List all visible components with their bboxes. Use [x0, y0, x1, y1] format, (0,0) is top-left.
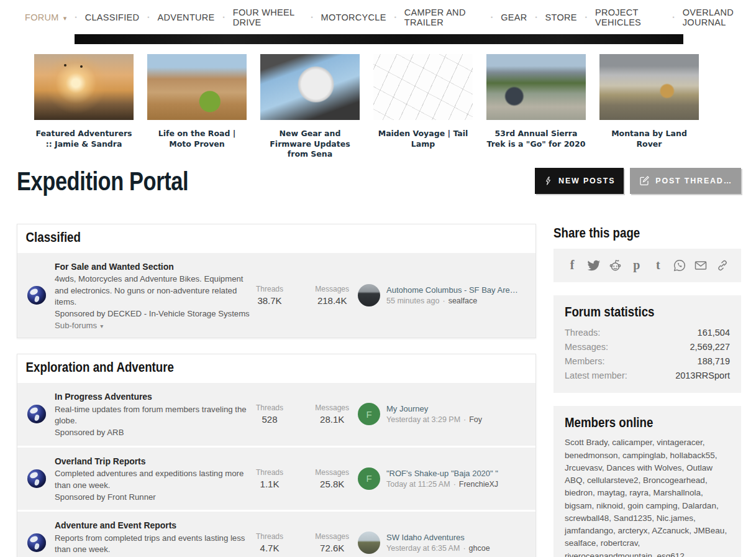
section-title-exploration[interactable]: Exploration and Adventure	[17, 354, 458, 381]
tumblr-icon[interactable]: t	[650, 258, 665, 273]
latest-post: Autohome Columbus - SF Bay Are… 55 minut…	[358, 284, 527, 306]
stat-threads: Threads: 161,504	[565, 326, 730, 340]
nav-item-motorcycle[interactable]: MOTORCYCLE	[303, 12, 386, 22]
nav-label: GEAR	[501, 12, 527, 22]
latest-thread-title[interactable]: My Journey	[386, 404, 482, 413]
latest-author[interactable]: ghcoe	[469, 544, 490, 553]
featured-card[interactable]: Featured Adventurers :: Jamie & Sandra	[34, 54, 134, 160]
featured-card[interactable]: New Gear and Firmware Updates from Sena	[260, 54, 360, 160]
featured-thumbnail-sunset	[34, 54, 134, 120]
latest-time: Yesterday at 6:35 AM	[386, 544, 469, 553]
latest-member-link[interactable]: 2013RRSport	[675, 369, 730, 383]
link-icon[interactable]	[715, 258, 730, 273]
whatsapp-icon[interactable]	[672, 258, 687, 273]
post-thread-label: POST THREAD…	[655, 177, 732, 185]
post-thread-button[interactable]: POST THREAD…	[630, 168, 741, 194]
forum-statistics-title: Forum statistics	[565, 304, 705, 320]
page-title: Expedition Portal	[17, 166, 188, 196]
avatar[interactable]	[358, 284, 380, 306]
stat-members: Members: 188,719	[565, 354, 730, 369]
forum-row-adventure-event-reports: Adventure and Event Reports Reports from…	[17, 510, 535, 557]
share-box: f p t	[553, 249, 741, 282]
featured-thumbnail-moto-camp	[147, 54, 247, 120]
globe-icon[interactable]	[27, 533, 46, 552]
latest-post: F My Journey Yesterday at 3:29 PMFoy	[358, 403, 527, 425]
latest-author[interactable]: sealface	[449, 297, 478, 305]
section-title-classified[interactable]: Classified	[17, 224, 458, 251]
featured-title: New Gear and Firmware Updates from Sena	[260, 129, 360, 160]
section-exploration-adventure: Exploration and Adventure In Progress Ad…	[17, 354, 536, 557]
featured-card[interactable]: Life on the Road | Moto Proven	[147, 54, 247, 160]
globe-icon[interactable]	[27, 469, 46, 488]
nav-item-project-vehicles[interactable]: PROJECT VEHICLES	[577, 7, 665, 27]
featured-thumbnail-sketch	[373, 54, 473, 120]
compose-icon	[639, 175, 650, 186]
globe-icon[interactable]	[27, 405, 46, 423]
latest-post: SW Idaho Adventures Yesterday at 6:35 AM…	[358, 532, 527, 554]
section-classified: Classified For Sale and Wanted Section 4…	[17, 224, 536, 339]
nav-label: CAMPER AND TRAILER	[404, 7, 483, 27]
latest-author[interactable]: Foy	[469, 415, 482, 424]
subforums-toggle[interactable]: Sub-forums	[55, 321, 103, 330]
nav-item-gear[interactable]: GEAR	[483, 12, 527, 22]
forum-row-in-progress-adventures: In Progress Adventures Real-time updates…	[17, 381, 535, 445]
forum-list: Classified For Sale and Wanted Section 4…	[17, 224, 536, 557]
featured-thumbnail-sierra-trek	[486, 54, 586, 120]
latest-thread-title[interactable]: "ROF's Shake-up "Baja 2020" "	[386, 469, 498, 478]
forum-description: 4wds, Motorcycles and Adventure Bikes. E…	[55, 274, 256, 308]
featured-title: Montana by Land Rover	[599, 129, 699, 149]
featured-title: 53rd Annual Sierra Trek is a "Go" for 20…	[486, 129, 586, 149]
latest-thread-title[interactable]: Autohome Columbus - SF Bay Are…	[386, 285, 518, 295]
forum-title[interactable]: In Progress Adventures	[55, 391, 236, 402]
avatar[interactable]: F	[358, 467, 380, 490]
nav-label: FORUM	[25, 12, 59, 22]
featured-title: Maiden Voyage | Tail Lamp	[373, 129, 473, 149]
avatar[interactable]	[358, 532, 380, 554]
forum-description: Reports from completed trips and events …	[55, 533, 256, 555]
messages-stat: Messages 25.8K	[315, 468, 349, 489]
new-posts-button[interactable]: NEW POSTS	[535, 168, 624, 194]
messages-stat: Messages 72.6K	[315, 532, 349, 553]
featured-card[interactable]: Montana by Land Rover	[599, 54, 699, 160]
pinterest-icon[interactable]: p	[629, 258, 644, 273]
nav-label: OVERLAND JOURNAL	[683, 7, 756, 27]
members-online-box: Members online Scott Brady, calicamper, …	[553, 406, 741, 557]
nav-item-classified[interactable]: CLASSIFIED	[67, 12, 140, 22]
chevron-down-icon	[59, 12, 67, 22]
globe-icon[interactable]	[27, 286, 46, 305]
twitter-icon[interactable]	[586, 258, 601, 273]
featured-card[interactable]: 53rd Annual Sierra Trek is a "Go" for 20…	[486, 54, 586, 160]
nav-item-four-wheel-drive[interactable]: FOUR WHEEL DRIVE	[215, 7, 303, 27]
forum-description: Completed adventures and expeditions las…	[55, 468, 256, 490]
forum-sponsor: Sponsored by Front Runner	[55, 492, 256, 503]
avatar[interactable]: F	[358, 403, 380, 425]
reddit-icon[interactable]	[608, 258, 622, 273]
forum-title[interactable]: For Sale and Wanted Section	[55, 261, 236, 272]
featured-articles-row: Featured Adventurers :: Jamie & Sandra L…	[0, 44, 756, 160]
nav-item-forum[interactable]: FORUM	[25, 12, 67, 22]
nav-item-overland-journal[interactable]: OVERLAND JOURNAL	[665, 7, 756, 27]
nav-label: PROJECT VEHICLES	[595, 7, 665, 27]
members-online-list[interactable]: Scott Brady, calicamper, vintageracer, b…	[565, 436, 730, 557]
latest-author[interactable]: FrenchieXJ	[459, 480, 498, 489]
hero-banner-bottom	[75, 34, 683, 44]
nav-item-adventure[interactable]: ADVENTURE	[139, 12, 214, 22]
featured-thumbnail-montana	[599, 54, 699, 120]
nav-item-store[interactable]: STORE	[527, 12, 576, 22]
nav-list: FORUM CLASSIFIED ADVENTURE FOUR WHEEL DR…	[25, 7, 756, 27]
forum-row-overland-trip-reports: Overland Trip Reports Completed adventur…	[17, 446, 535, 510]
featured-card[interactable]: Maiden Voyage | Tail Lamp	[373, 54, 473, 160]
email-icon[interactable]	[693, 258, 708, 273]
latest-time: 55 minutes ago	[386, 297, 449, 305]
latest-time: Yesterday at 3:29 PM	[386, 415, 469, 424]
nav-label: MOTORCYCLE	[321, 12, 386, 22]
facebook-icon[interactable]: f	[565, 258, 580, 273]
forum-title[interactable]: Overland Trip Reports	[55, 456, 236, 467]
top-navigation: FORUM CLASSIFIED ADVENTURE FOUR WHEEL DR…	[0, 0, 756, 34]
forum-statistics-box: Forum statistics Threads: 161,504 Messag…	[553, 295, 741, 394]
stat-messages: Messages: 2,569,227	[565, 340, 730, 354]
latest-thread-title[interactable]: SW Idaho Adventures	[386, 533, 490, 542]
nav-item-camper-and-trailer[interactable]: CAMPER AND TRAILER	[386, 7, 483, 27]
forum-title[interactable]: Adventure and Event Reports	[55, 520, 236, 531]
featured-title: Featured Adventurers :: Jamie & Sandra	[34, 129, 134, 149]
